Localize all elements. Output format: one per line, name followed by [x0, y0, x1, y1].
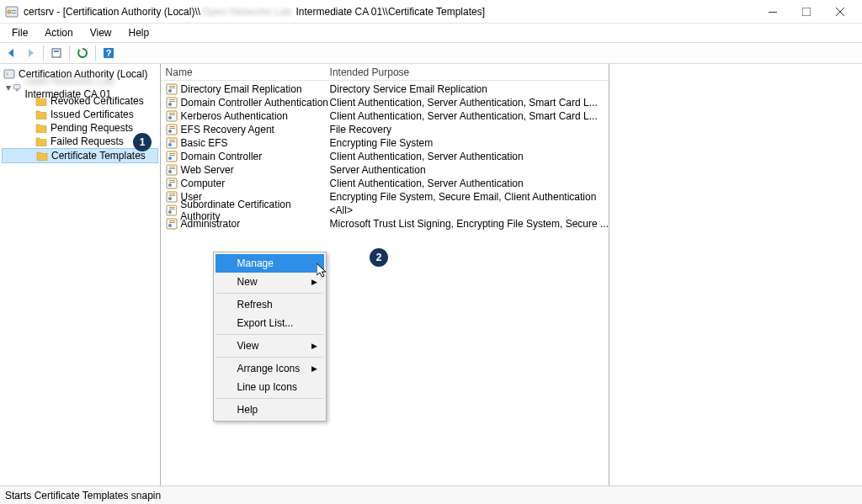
help-toolbar-button[interactable]: ? — [100, 45, 117, 61]
menu-help[interactable]: Help — [120, 25, 158, 40]
tree-item-certificate-templates[interactable]: Certificate Templates — [2, 148, 158, 163]
menu-action[interactable]: Action — [36, 25, 81, 40]
cert-template-icon — [166, 151, 178, 162]
folder-icon — [36, 150, 48, 162]
list-item-purpose: Encrypting File System, Secure Email, Cl… — [330, 191, 609, 203]
menubar: File Action View Help — [0, 24, 862, 42]
annotation-badge-2: 2 — [370, 248, 388, 267]
svg-rect-29 — [169, 128, 175, 129]
svg-rect-10 — [4, 70, 14, 78]
svg-rect-53 — [168, 209, 174, 210]
svg-rect-30 — [167, 138, 177, 148]
list-item-name: Web Server — [181, 164, 234, 176]
options-button[interactable] — [48, 45, 65, 61]
svg-rect-17 — [169, 88, 175, 88]
svg-rect-33 — [169, 141, 175, 142]
svg-rect-37 — [169, 155, 175, 156]
list-item[interactable]: Subordinate Certification Authority <All… — [161, 204, 609, 217]
svg-point-1 — [8, 10, 11, 13]
list-item[interactable]: Domain Controller Authentication Client … — [161, 96, 609, 109]
refresh-button[interactable] — [74, 45, 91, 61]
window-title: certsrv - [Certification Authority (Loca… — [24, 6, 756, 18]
svg-point-43 — [168, 183, 172, 187]
toolbar: ? — [0, 42, 862, 64]
cert-template-icon — [166, 178, 178, 189]
minimize-button[interactable] — [756, 0, 790, 24]
svg-rect-2 — [12, 10, 16, 11]
context-menu-item-label: Export List... — [237, 317, 294, 329]
list-item-name: Domain Controller — [181, 151, 263, 162]
context-menu-view[interactable]: View▶ — [216, 337, 324, 355]
list-item[interactable]: Computer Client Authentication, Server A… — [161, 177, 609, 190]
context-menu-help[interactable]: Help — [216, 401, 324, 419]
svg-rect-36 — [169, 153, 175, 154]
col-name[interactable]: Name — [166, 66, 330, 78]
context-menu-line-up-icons[interactable]: Line up Icons — [216, 378, 324, 396]
context-menu-export-list[interactable]: Export List... — [216, 314, 324, 332]
list-item-name: Kerberos Authentication — [181, 110, 288, 122]
svg-rect-25 — [169, 114, 175, 115]
collapse-icon[interactable]: ▾ — [5, 81, 13, 94]
list-item[interactable]: Basic EFS Encrypting File System — [161, 136, 609, 150]
col-purpose[interactable]: Intended Purpose — [330, 66, 609, 78]
svg-point-19 — [168, 103, 172, 106]
list-item[interactable]: Kerberos Authentication Client Authentic… — [161, 109, 609, 123]
list-item-purpose: Directory Service Email Replication — [330, 83, 609, 95]
list-main[interactable]: Name Intended Purpose Directory Email Re… — [161, 64, 609, 485]
menu-view[interactable]: View — [82, 25, 120, 40]
context-menu-item-label: Arrange Icons — [237, 363, 301, 374]
context-menu-arrange-icons[interactable]: Arrange Icons▶ — [216, 359, 324, 378]
svg-point-11 — [6, 72, 8, 75]
list-item[interactable]: Directory Email Replication Directory Se… — [161, 82, 609, 96]
context-menu-item-label: Help — [237, 404, 258, 416]
statusbar: Starts Certificate Templates snapin — [0, 485, 862, 504]
right-empty-pane — [609, 64, 862, 485]
context-menu-refresh[interactable]: Refresh — [216, 295, 324, 314]
context-menu-separator — [216, 398, 323, 399]
forward-button[interactable] — [22, 45, 39, 61]
folder-icon — [35, 135, 47, 147]
window-controls — [756, 0, 857, 24]
close-button[interactable] — [823, 0, 857, 24]
svg-rect-38 — [167, 165, 177, 175]
svg-point-39 — [168, 170, 172, 173]
maximize-button[interactable] — [790, 0, 823, 24]
cert-template-icon — [166, 204, 178, 216]
tree-ca-node[interactable]: ▾ Open Networks Lab Intermediate CA 01 — [2, 81, 158, 94]
list-item-name: Computer — [181, 178, 226, 189]
list-item-name: EFS Recovery Agent — [181, 124, 274, 135]
cert-template-icon — [166, 83, 178, 95]
context-menu-manage[interactable]: Manage — [216, 254, 324, 273]
toolbar-sep — [43, 45, 44, 61]
tree-item-issued-certificates[interactable]: Issued Certificates — [2, 108, 158, 121]
list-header[interactable]: Name Intended Purpose — [161, 64, 609, 81]
context-menu-item-label: New — [237, 276, 258, 288]
list-item-purpose: Client Authentication, Server Authentica… — [330, 97, 609, 109]
folder-icon — [35, 122, 47, 134]
svg-rect-4 — [769, 12, 777, 13]
cert-authority-icon — [3, 68, 15, 80]
svg-rect-7 — [54, 50, 59, 52]
context-menu-separator — [216, 357, 323, 358]
svg-point-51 — [168, 210, 171, 214]
tree-item-pending-requests[interactable]: Pending Requests — [2, 121, 158, 135]
svg-point-35 — [168, 157, 172, 160]
back-button[interactable] — [3, 45, 20, 61]
context-menu[interactable]: ManageNew▶RefreshExport List...View▶Arra… — [213, 252, 327, 422]
list-item[interactable]: Administrator Microsoft Trust List Signi… — [161, 217, 609, 231]
tree-item-label: Issued Certificates — [51, 108, 134, 121]
context-menu-new[interactable]: New▶ — [216, 273, 324, 291]
svg-point-31 — [168, 143, 172, 146]
list-rows: Directory Email Replication Directory Se… — [161, 81, 609, 231]
context-menu-item-label: View — [237, 340, 259, 352]
list-item[interactable]: Web Server Server Authentication — [161, 163, 609, 177]
menu-file[interactable]: File — [3, 25, 36, 40]
tree-pane[interactable]: Certification Authority (Local) ▾ Open N… — [0, 64, 161, 485]
svg-rect-16 — [169, 86, 175, 87]
svg-point-27 — [168, 130, 172, 133]
svg-rect-3 — [12, 13, 16, 13]
submenu-arrow-icon: ▶ — [311, 364, 317, 373]
list-item[interactable]: Domain Controller Client Authentication,… — [161, 150, 609, 163]
cert-template-icon — [166, 97, 178, 109]
list-item[interactable]: EFS Recovery Agent File Recovery — [161, 123, 609, 136]
